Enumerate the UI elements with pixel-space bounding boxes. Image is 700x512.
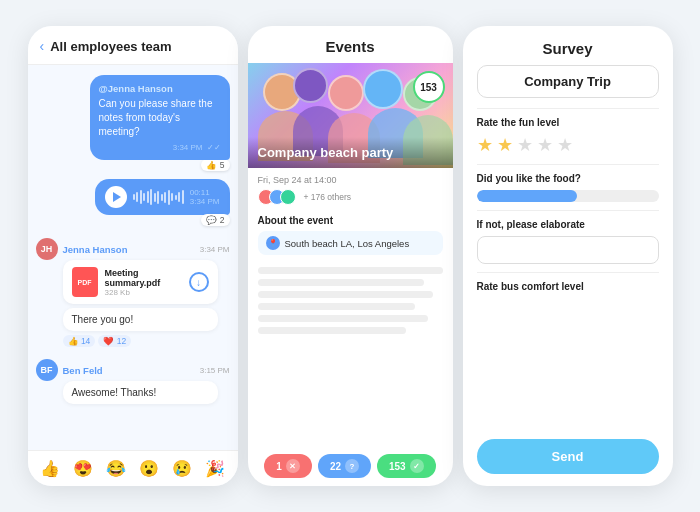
fun-label: Rate the fun level bbox=[477, 117, 659, 128]
outgoing-message-1: @Jenna Hanson Can you please share the n… bbox=[90, 75, 230, 160]
file-info: Meeting summary.pdf 328 Kb bbox=[105, 268, 182, 297]
fun-section: Rate the fun level ★ ★ ★ ★ ★ bbox=[463, 117, 673, 164]
about-section: About the event 📍 South beach LA, Los An… bbox=[248, 209, 453, 261]
file-size: 328 Kb bbox=[105, 288, 182, 297]
emoji-sad[interactable]: 😢 bbox=[172, 459, 192, 478]
about-label: About the event bbox=[258, 215, 443, 226]
ben-time: 3:15 PM bbox=[200, 366, 230, 375]
location-icon: 📍 bbox=[266, 236, 280, 250]
chat-body: @Jenna Hanson Can you please share the n… bbox=[28, 65, 238, 450]
star-4[interactable]: ★ bbox=[537, 134, 553, 156]
chat-title: All employees team bbox=[50, 39, 171, 54]
chat-footer: 👍 😍 😂 😮 😢 🎉 bbox=[28, 450, 238, 486]
event-name: Company beach party bbox=[248, 137, 453, 168]
sender-name: @Jenna Hanson bbox=[99, 82, 221, 95]
badge-blue-icon: ? bbox=[345, 459, 359, 473]
events-panel: Events Company beach party 153 Fri, Sep … bbox=[248, 26, 453, 486]
star-1[interactable]: ★ bbox=[477, 134, 493, 156]
food-section: Did you like the food? bbox=[463, 173, 673, 210]
content-lines bbox=[248, 261, 453, 340]
badge-red-count: 1 bbox=[276, 461, 282, 472]
pdf-icon: PDF bbox=[72, 267, 98, 297]
badge-red-icon: ✕ bbox=[286, 459, 300, 473]
elaborate-section: If not, please elaborate bbox=[463, 219, 673, 272]
emoji-party[interactable]: 🎉 bbox=[205, 459, 225, 478]
reaction-row: 👍 5 bbox=[201, 159, 229, 171]
chat-header: ‹ All employees team bbox=[28, 26, 238, 65]
file-name: Meeting summary.pdf bbox=[105, 268, 182, 288]
audio-time: 3:34 PM bbox=[190, 197, 220, 206]
send-button[interactable]: Send bbox=[477, 439, 659, 474]
emoji-thumbs[interactable]: 👍 bbox=[40, 459, 60, 478]
read-check: ✓✓ bbox=[207, 142, 221, 153]
content-line-1 bbox=[258, 267, 443, 274]
attendee-avatar-3 bbox=[280, 189, 296, 205]
survey-divider-4 bbox=[477, 272, 659, 273]
food-label: Did you like the food? bbox=[477, 173, 659, 184]
message-time: 3:34 PM bbox=[173, 142, 203, 153]
content-line-3 bbox=[258, 291, 434, 298]
attendees-row: + 176 others bbox=[258, 189, 443, 205]
audio-reaction-badge[interactable]: 💬 2 bbox=[201, 214, 229, 226]
back-button[interactable]: ‹ bbox=[40, 38, 45, 54]
events-title: Events bbox=[248, 26, 453, 63]
fun-stars[interactable]: ★ ★ ★ ★ ★ bbox=[477, 134, 659, 156]
badge-red[interactable]: 1 ✕ bbox=[264, 454, 312, 478]
star-5[interactable]: ★ bbox=[557, 134, 573, 156]
location-row: 📍 South beach LA, Los Angeles bbox=[258, 231, 443, 255]
avatar-stack bbox=[258, 189, 291, 205]
message-text: Can you please share the notes from toda… bbox=[99, 98, 213, 137]
event-date: Fri, Sep 24 at 14:00 bbox=[258, 175, 443, 185]
sender-info-row: JH Jenna Hanson 3:34 PM bbox=[36, 238, 230, 260]
emoji-laugh[interactable]: 😂 bbox=[106, 459, 126, 478]
elaborate-label: If not, please elaborate bbox=[477, 219, 659, 230]
jenna-time: 3:34 PM bbox=[200, 245, 230, 254]
audio-reaction-row: 💬 2 bbox=[201, 214, 229, 226]
bus-section: Rate bus comfort level bbox=[463, 281, 673, 306]
star-2[interactable]: ★ bbox=[497, 134, 513, 156]
ben-section: BF Ben Feld 3:15 PM Awesome! Thanks! bbox=[36, 355, 230, 404]
ben-sender-row: BF Ben Feld 3:15 PM bbox=[36, 359, 230, 381]
emoji-heart-eyes[interactable]: 😍 bbox=[73, 459, 93, 478]
attendees-count: + 176 others bbox=[304, 192, 352, 202]
file-attachment: PDF Meeting summary.pdf 328 Kb ↓ bbox=[63, 260, 218, 304]
star-3[interactable]: ★ bbox=[517, 134, 533, 156]
ben-avatar: BF bbox=[36, 359, 58, 381]
badge-green-count: 153 bbox=[389, 461, 406, 472]
ben-message: Awesome! Thanks! bbox=[63, 381, 218, 404]
audio-waveform bbox=[133, 188, 184, 206]
food-bar[interactable] bbox=[477, 190, 659, 202]
content-line-4 bbox=[258, 303, 415, 310]
badge-blue[interactable]: 22 ? bbox=[318, 454, 371, 478]
badge-blue-count: 22 bbox=[330, 461, 341, 472]
survey-divider bbox=[477, 108, 659, 109]
badge-green-icon: ✓ bbox=[410, 459, 424, 473]
emoji-reactions: 👍 14 ❤️ 12 bbox=[63, 335, 230, 347]
content-line-6 bbox=[258, 327, 406, 334]
badge-green[interactable]: 153 ✓ bbox=[377, 454, 436, 478]
audio-duration: 00:11 bbox=[190, 188, 220, 197]
survey-title: Survey bbox=[463, 26, 673, 65]
content-line-2 bbox=[258, 279, 425, 286]
food-bar-fill bbox=[477, 190, 577, 202]
jenna-avatar: JH bbox=[36, 238, 58, 260]
chat-panel: ‹ All employees team @Jenna Hanson Can y… bbox=[28, 26, 238, 486]
event-image: Company beach party 153 bbox=[248, 63, 453, 168]
event-meta: Fri, Sep 24 at 14:00 + 176 others bbox=[248, 168, 453, 209]
reaction-thumbs[interactable]: 👍 14 bbox=[63, 335, 96, 347]
text-message-received: There you go! bbox=[63, 308, 218, 331]
emoji-surprised[interactable]: 😮 bbox=[139, 459, 159, 478]
download-button[interactable]: ↓ bbox=[189, 272, 209, 292]
reaction-badge[interactable]: 👍 5 bbox=[201, 159, 229, 171]
reaction-heart[interactable]: ❤️ 12 bbox=[98, 335, 131, 347]
emoji-toolbar: 👍 😍 😂 😮 😢 🎉 bbox=[36, 459, 230, 478]
location-text: South beach LA, Los Angeles bbox=[285, 238, 410, 249]
survey-event-title: Company Trip bbox=[477, 65, 659, 98]
ben-name: Ben Feld bbox=[63, 365, 103, 376]
events-footer: 1 ✕ 22 ? 153 ✓ bbox=[248, 446, 453, 486]
survey-panel: Survey Company Trip Rate the fun level ★… bbox=[463, 26, 673, 486]
elaborate-input[interactable] bbox=[477, 236, 659, 264]
play-button[interactable] bbox=[105, 186, 127, 208]
content-line-5 bbox=[258, 315, 428, 322]
audio-message: 00:11 3:34 PM bbox=[95, 179, 230, 215]
